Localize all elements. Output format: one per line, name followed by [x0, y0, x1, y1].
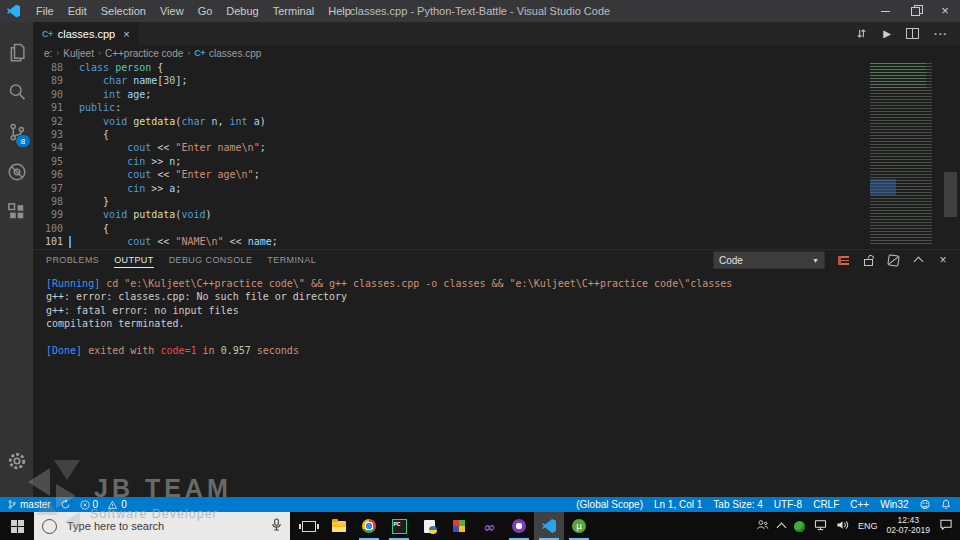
menu-help[interactable]: Help — [321, 0, 358, 22]
menu-selection[interactable]: Selection — [94, 0, 153, 22]
menu-go[interactable]: Go — [191, 0, 220, 22]
code-line[interactable]: 94 cout << "Enter name\n"; — [33, 141, 960, 154]
code-line[interactable]: 95 cin >> n; — [33, 155, 960, 168]
minimap[interactable] — [868, 61, 940, 249]
code-line[interactable]: 89 char name[30]; — [33, 74, 960, 87]
status-cursor-position[interactable]: Ln 1, Col 1 — [654, 499, 702, 510]
code-line[interactable]: 90 int age; — [33, 88, 960, 101]
explorer-icon[interactable] — [0, 32, 33, 72]
code-line[interactable]: 99 void putdata(void) — [33, 208, 960, 221]
hidden-icons-chevron[interactable] — [777, 522, 787, 532]
output-line: g++: fatal error: no input files — [46, 304, 960, 317]
panel-tab-output[interactable]: OUTPUT — [114, 252, 153, 268]
maximize-panel-icon[interactable] — [911, 253, 925, 267]
taskbar-pycharm[interactable] — [384, 512, 414, 540]
search-input[interactable] — [65, 519, 263, 533]
menu-view[interactable]: View — [153, 0, 191, 22]
panel-tab-problems[interactable]: PROBLEMS — [46, 252, 99, 268]
code-line[interactable]: 100 { — [33, 222, 960, 235]
status-platform[interactable]: Win32 — [880, 499, 908, 510]
breadcrumb-separator-icon: › — [187, 48, 190, 58]
status-eol-sequence[interactable]: CRLF — [813, 499, 839, 510]
tray-app-icon[interactable] — [794, 521, 805, 532]
code-line[interactable]: 91public: — [33, 101, 960, 114]
more-actions-icon[interactable]: ··· — [934, 28, 948, 40]
close-panel-icon[interactable]: × — [936, 253, 950, 267]
code-line[interactable]: 88class person { — [33, 61, 960, 74]
scroll-lock-icon[interactable] — [861, 253, 875, 267]
vscode-logo-icon — [7, 5, 20, 18]
language-indicator[interactable]: ENG — [858, 521, 878, 531]
network-icon[interactable] — [814, 517, 827, 535]
open-log-file-icon[interactable] — [836, 253, 850, 267]
menu-debug[interactable]: Debug — [219, 0, 265, 22]
minimize-icon — [881, 11, 890, 12]
code-line[interactable]: 98 } — [33, 195, 960, 208]
taskbar-search[interactable] — [34, 512, 290, 540]
taskbar-file-explorer[interactable] — [324, 512, 354, 540]
menu-terminal[interactable]: Terminal — [266, 0, 322, 22]
dropdown-caret-icon: ▼ — [812, 257, 819, 264]
start-button[interactable] — [0, 512, 34, 540]
taskbar-python-file[interactable] — [414, 512, 444, 540]
people-icon[interactable] — [756, 517, 769, 535]
action-center-icon[interactable] — [939, 517, 953, 535]
line-number: 95 — [33, 155, 63, 168]
breadcrumb[interactable]: e:›Kuljeet›C++practice code›C+classes.cp… — [33, 45, 960, 61]
settings-gear-icon[interactable] — [0, 441, 33, 481]
status-symbol-scope[interactable]: (Global Scope) — [576, 499, 643, 510]
tab-classes-cpp[interactable]: C+ classes.cpp × — [33, 22, 139, 45]
breadcrumb-item[interactable]: C++practice code — [105, 48, 183, 59]
taskbar-purple-app[interactable] — [504, 512, 534, 540]
code-line[interactable]: 97 cin >> a; — [33, 182, 960, 195]
taskbar-chrome[interactable] — [354, 512, 384, 540]
errors-indicator[interactable]: 0 — [80, 499, 99, 510]
restore-button[interactable] — [900, 0, 930, 22]
clear-output-icon[interactable] — [886, 253, 900, 267]
menu-edit[interactable]: Edit — [61, 0, 94, 22]
panel-tab-debug-console[interactable]: DEBUG CONSOLE — [169, 252, 253, 268]
menu-file[interactable]: File — [29, 0, 61, 22]
warnings-indicator[interactable]: 0 — [107, 499, 127, 510]
breadcrumb-item[interactable]: e: — [44, 48, 52, 59]
status-language-mode[interactable]: C++ — [850, 499, 869, 510]
taskbar-task-view[interactable] — [294, 512, 324, 540]
open-changes-icon[interactable] — [855, 27, 868, 40]
minimize-button[interactable] — [870, 0, 900, 22]
clock[interactable]: 12:43 02-07-2019 — [887, 516, 930, 536]
taskbar-vscode[interactable] — [534, 512, 564, 540]
sync-icon[interactable] — [60, 499, 71, 510]
search-icon[interactable] — [0, 72, 33, 112]
notifications-bell-icon[interactable] — [941, 499, 951, 510]
code-editor[interactable]: 88class person {89 char name[30];90 int … — [33, 61, 960, 249]
status-tab-size[interactable]: Tab Size: 4 — [713, 499, 762, 510]
code-line[interactable]: 101 cout << "NAME\n" << name; — [33, 235, 960, 248]
git-branch-indicator[interactable]: master — [7, 499, 51, 510]
run-code-icon[interactable]: ▶ — [883, 28, 891, 39]
code-line[interactable]: 92 void getdata(char n, int a) — [33, 115, 960, 128]
output-channel-dropdown[interactable]: Code ▼ — [713, 251, 825, 269]
source-control-icon[interactable]: 8 — [0, 112, 33, 152]
output-console[interactable]: [Running] cd "e:\Kuljeet\C++practice cod… — [33, 270, 960, 497]
taskbar-utorrent[interactable]: µ — [564, 512, 594, 540]
microphone-icon[interactable] — [271, 517, 282, 535]
code-line[interactable]: 93 { — [33, 128, 960, 141]
tab-close-icon[interactable]: × — [123, 28, 129, 40]
breadcrumb-item[interactable]: Kuljeet — [63, 48, 94, 59]
breadcrumb-item[interactable]: classes.cpp — [209, 48, 261, 59]
close-button[interactable]: × — [930, 0, 960, 22]
taskbar-visual-studio[interactable]: ∞ — [474, 512, 504, 540]
editor-scrollbar[interactable] — [944, 172, 957, 217]
debug-icon[interactable] — [0, 152, 33, 192]
bottom-panel: PROBLEMSOUTPUTDEBUG CONSOLETERMINAL Code… — [33, 249, 960, 497]
extensions-icon[interactable] — [0, 192, 33, 232]
status-encoding[interactable]: UTF-8 — [774, 499, 802, 510]
taskbar-colorful-blocks[interactable] — [444, 512, 474, 540]
line-number: 88 — [33, 61, 63, 74]
panel-tab-terminal[interactable]: TERMINAL — [267, 252, 316, 268]
code-text: public: — [63, 101, 121, 114]
code-line[interactable]: 96 cout << "Enter age\n"; — [33, 168, 960, 181]
volume-icon[interactable] — [836, 517, 849, 535]
feedback-smiley-icon[interactable]: ☺ — [920, 499, 930, 510]
split-editor-icon[interactable] — [906, 28, 919, 39]
